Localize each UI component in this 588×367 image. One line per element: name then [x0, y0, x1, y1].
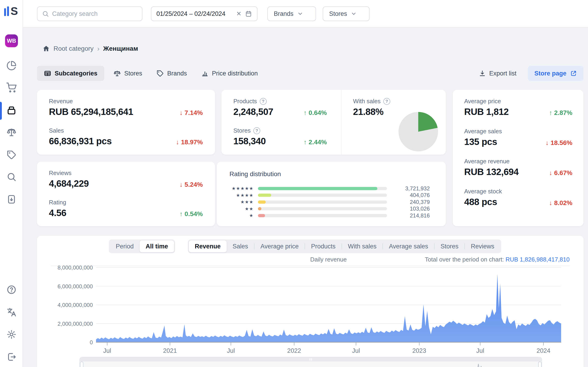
stores-dropdown[interactable]: Stores: [323, 6, 370, 21]
app-logo[interactable]: S: [4, 6, 18, 16]
rating-row: ★★103,026: [229, 206, 430, 212]
sidebar-item-help[interactable]: [6, 284, 17, 295]
tab-brands[interactable]: Brands: [151, 66, 192, 81]
rating-count: 3,721,932: [391, 185, 430, 192]
avg-price-label: Average price: [464, 98, 572, 105]
rating-row: ★★★★404,076: [229, 192, 430, 199]
breadcrumb-current: Женщинам: [103, 45, 138, 52]
logout-icon: [6, 352, 17, 362]
sidebar-item-brands[interactable]: [6, 149, 17, 160]
stores-count-value: 158,340: [233, 136, 266, 146]
revenue-delta: ↓ 7.14%: [180, 109, 203, 117]
settings-icon: [6, 329, 17, 340]
revenue-area-chart: 02,000,000,0004,000,000,0006,000,000,000…: [37, 236, 584, 356]
svg-text:Jul: Jul: [227, 347, 235, 354]
svg-text:2022: 2022: [287, 347, 301, 354]
rating-row: ★★★240,379: [229, 199, 430, 206]
sidebar-item-logout[interactable]: [6, 351, 17, 362]
rating-distribution-rows: ★★★★★3,721,932★★★★404,076★★★240,379★★103…: [229, 185, 430, 219]
breadcrumb-root[interactable]: Root category: [53, 45, 94, 52]
range-slider-grip[interactable]: [80, 357, 542, 361]
avg-sales-delta: ↓ 18.56%: [545, 139, 572, 147]
star-icons: ★★: [229, 207, 254, 211]
rating-count: 240,379: [391, 199, 430, 205]
rating-bar-fill: [258, 207, 261, 210]
export-list-button[interactable]: Export list: [479, 70, 517, 77]
sidebar-item-search[interactable]: [6, 171, 17, 182]
chart-range-slider[interactable]: [79, 357, 542, 367]
download-icon: [479, 70, 486, 77]
sidebar-item-scales[interactable]: [6, 127, 17, 138]
sidebar-item-settings[interactable]: [6, 329, 17, 340]
rating-bar-track: [258, 187, 387, 190]
avg-stock-delta: ↓ 8.02%: [549, 199, 572, 207]
rating-bar-fill: [258, 214, 265, 217]
brands-dropdown-label: Brands: [274, 10, 294, 17]
calendar-icon[interactable]: [245, 10, 252, 17]
sidebar-item-export[interactable]: [6, 194, 17, 205]
clear-date-icon[interactable]: ✕: [236, 11, 242, 17]
logo-bar-icon: [4, 8, 6, 16]
bar-chart-icon: [201, 70, 208, 77]
sidebar-item-categories[interactable]: [6, 105, 17, 116]
svg-text:Jul: Jul: [352, 347, 360, 354]
rating-bar-fill: [258, 194, 271, 197]
avg-sales-value: 135 pcs: [464, 137, 497, 147]
external-link-icon: [570, 70, 577, 77]
rating-bar-track: [258, 200, 387, 204]
rating-row: ★★★★★3,721,932: [229, 185, 430, 192]
avg-revenue-value: RUB 132,694: [464, 167, 519, 177]
reviews-rating-card: Reviews 4,684,229 ↓ 5.24% Rating 4.56 ↑ …: [37, 162, 215, 226]
rating-label: Rating: [49, 199, 203, 206]
help-icon: [6, 285, 17, 295]
sidebar-item-pie-chart[interactable]: [6, 60, 17, 71]
tab-price-distribution[interactable]: Price distribution: [196, 66, 263, 81]
sidebar-item-cart[interactable]: [6, 82, 17, 93]
sales-label: Sales: [49, 127, 203, 134]
help-icon[interactable]: ?: [253, 127, 260, 134]
home-icon[interactable]: [43, 45, 50, 52]
store-page-button[interactable]: Store page: [528, 66, 583, 81]
rating-row: ★214,816: [229, 212, 430, 219]
cart-icon: [6, 83, 17, 93]
category-search-input[interactable]: [52, 10, 137, 17]
range-slider-right-handle[interactable]: [538, 361, 542, 367]
rating-delta: ↑ 0.54%: [180, 210, 203, 218]
averages-card: Average price RUB 1,812 ↑ 2.87% Average …: [453, 90, 583, 226]
analytics-dashboard: S WB: [0, 0, 588, 367]
tab-label: Price distribution: [212, 70, 258, 77]
rating-distribution-card: Rating distribution ★★★★★3,721,932★★★★40…: [217, 162, 446, 226]
star-icons: ★★★: [229, 200, 254, 204]
chart-card: PeriodAll time RevenueSalesAverage price…: [37, 236, 584, 367]
date-range-field[interactable]: 01/25/2024 – 02/24/2024 ✕: [151, 6, 258, 21]
table-icon: [44, 70, 51, 77]
chevron-down-icon: [297, 11, 303, 17]
category-archive-icon: [6, 106, 17, 116]
with-sales-pie-chart: [398, 112, 438, 151]
sidebar-item-language[interactable]: [6, 307, 17, 318]
export-list-label: Export list: [489, 70, 517, 77]
tab-label: Stores: [124, 70, 142, 77]
help-icon[interactable]: ?: [383, 98, 390, 105]
reviews-value: 4,684,229: [49, 178, 89, 189]
store-page-label: Store page: [534, 70, 566, 77]
avg-price-value: RUB 1,812: [464, 107, 509, 117]
products-stores-section: Products ? 2,248,507 ↑ 0.64% Stores ? 15…: [221, 90, 341, 155]
revenue-label: Revenue: [49, 98, 203, 105]
brands-dropdown[interactable]: Brands: [267, 6, 316, 21]
svg-text:Jul: Jul: [103, 347, 111, 354]
tab-subcategories[interactable]: Subcategories: [37, 66, 104, 81]
help-icon[interactable]: ?: [260, 98, 267, 105]
scales-icon: [6, 127, 17, 137]
revenue-sales-card: Revenue RUB 65,294,185,641 ↓ 7.14% Sales…: [37, 90, 215, 155]
range-slider-left-handle[interactable]: [80, 361, 83, 367]
wb-marketplace-badge[interactable]: WB: [5, 34, 18, 47]
category-search-field[interactable]: [37, 6, 142, 21]
topbar: 01/25/2024 – 02/24/2024 ✕ Brands Stores: [23, 0, 588, 27]
svg-text:0: 0: [90, 339, 93, 345]
tag-icon: [6, 150, 17, 160]
section-tabs-row: Subcategories Stores Brands Price distri…: [37, 66, 583, 81]
tab-stores[interactable]: Stores: [108, 66, 147, 81]
svg-text:6,000,000,000: 6,000,000,000: [58, 283, 93, 290]
pie-chart-icon: [6, 60, 17, 71]
